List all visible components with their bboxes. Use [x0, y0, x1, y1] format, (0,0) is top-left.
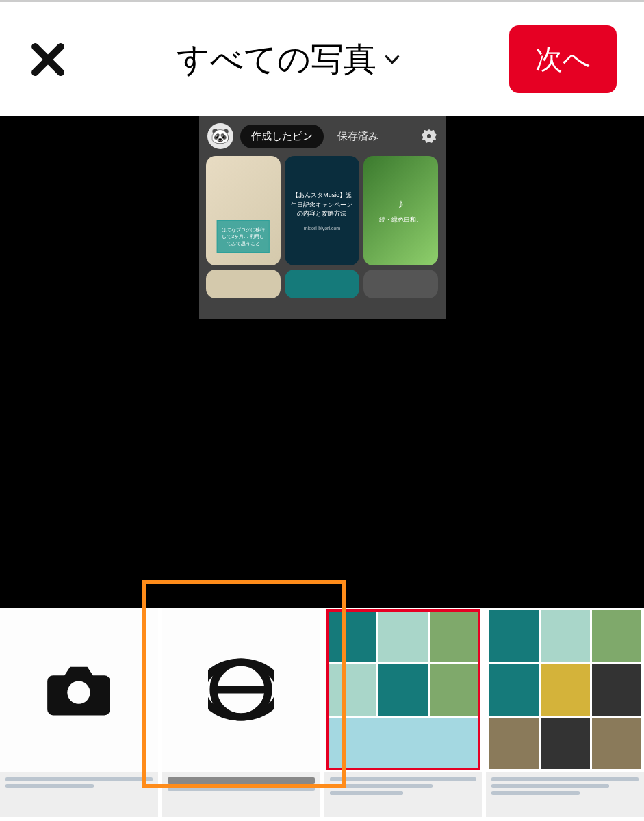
preview-cards-row2: [199, 265, 446, 298]
preview-card: [206, 270, 281, 298]
photo-grid: [0, 608, 644, 772]
chevron-down-icon: [383, 51, 401, 68]
photo-thumbnail[interactable]: [486, 608, 644, 772]
avatar-icon: 🐼: [207, 123, 233, 149]
photo-thumbnail[interactable]: [324, 772, 482, 817]
svg-point-2: [68, 681, 90, 704]
preview-card-text: 【あんスタMusic】誕生日記念キャンペーンの内容と攻略方法: [290, 191, 354, 219]
gear-icon: [421, 128, 437, 144]
preview-card: 【あんスタMusic】誕生日記念キャンペーンの内容と攻略方法 midori-bi…: [285, 156, 359, 265]
preview-card-text: 続・緑色日和。: [379, 216, 422, 224]
camera-button[interactable]: [0, 608, 158, 772]
preview-card-text: はてなブログに移行して3ヶ月… 利用してみて思うこと: [217, 220, 270, 253]
thumbnail-image: [324, 608, 482, 772]
album-title: すべての写真: [177, 38, 376, 81]
preview-card: [363, 270, 438, 298]
preview-card: ♪ 続・緑色日和。: [363, 156, 438, 265]
web-button[interactable]: [162, 608, 320, 772]
close-icon: [29, 40, 67, 79]
preview-selected-image[interactable]: 🐼 作成したピン 保存済み はてなブログに移行して3ヶ月… 利用してみて思うこと…: [199, 116, 446, 319]
preview-cards: はてなブログに移行して3ヶ月… 利用してみて思うこと 【あんスタMusic】誕生…: [199, 156, 446, 265]
photo-grid-row2: [0, 772, 644, 817]
preview-card-sub: midori-biyori.com: [304, 226, 340, 231]
photo-thumbnail[interactable]: [0, 772, 158, 817]
photo-thumbnail[interactable]: [324, 608, 482, 772]
preview-card: [285, 270, 359, 298]
photo-thumbnail[interactable]: [162, 772, 320, 817]
music-note-icon: ♪: [398, 197, 404, 211]
photo-thumbnail[interactable]: [486, 772, 644, 817]
camera-icon: [44, 659, 113, 720]
tab-saved: 保存済み: [331, 125, 385, 148]
preview-card: はてなブログに移行して3ヶ月… 利用してみて思うこと: [206, 156, 281, 265]
preview-header: 🐼 作成したピン 保存済み: [199, 116, 446, 156]
album-selector[interactable]: すべての写真: [177, 38, 401, 81]
thumbnail-image: [486, 608, 644, 772]
svg-point-1: [427, 134, 431, 138]
tab-created-pins: 作成したピン: [240, 125, 324, 148]
close-button[interactable]: [27, 39, 68, 80]
globe-icon: [208, 657, 274, 722]
top-bar: すべての写真 次へ: [0, 0, 644, 116]
preview-area: 🐼 作成したピン 保存済み はてなブログに移行して3ヶ月… 利用してみて思うこと…: [0, 116, 644, 608]
next-button[interactable]: 次へ: [509, 25, 617, 93]
